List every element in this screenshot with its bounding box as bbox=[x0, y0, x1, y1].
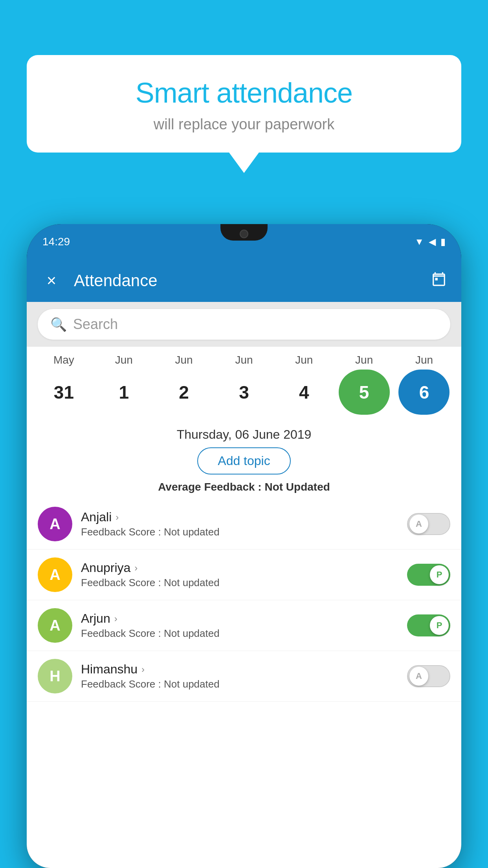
search-bar[interactable]: 🔍 Search bbox=[38, 309, 450, 340]
search-container: 🔍 Search bbox=[27, 302, 461, 347]
wifi-icon: ▼ bbox=[415, 236, 424, 247]
student-name-anupriya: Anupriya › bbox=[81, 561, 407, 575]
calendar-strip: May Jun Jun Jun Jun Jun Jun 31 1 2 3 4 5… bbox=[27, 347, 461, 420]
attendance-toggle-anupriya[interactable]: P bbox=[407, 564, 450, 586]
student-feedback-arjun: Feedback Score : Not updated bbox=[81, 627, 407, 640]
student-info-anjali: Anjali › Feedback Score : Not updated bbox=[81, 510, 407, 538]
student-feedback-anupriya: Feedback Score : Not updated bbox=[81, 577, 407, 589]
student-item-himanshu[interactable]: H Himanshu › Feedback Score : Not update… bbox=[27, 651, 461, 702]
status-time: 14:29 bbox=[42, 235, 70, 248]
speech-bubble: Smart attendance will replace your paper… bbox=[27, 55, 461, 153]
signal-icon: ◀ bbox=[429, 236, 436, 247]
cal-day-1[interactable]: 1 bbox=[98, 370, 149, 415]
status-icons: ▼ ◀ ▮ bbox=[415, 236, 446, 247]
search-placeholder: Search bbox=[73, 316, 118, 333]
student-name-arjun: Arjun › bbox=[81, 611, 407, 626]
toggle-knob-arjun: P bbox=[430, 616, 449, 635]
attendance-toggle-himanshu[interactable]: A bbox=[407, 665, 450, 687]
student-item-anupriya[interactable]: A Anupriya › Feedback Score : Not update… bbox=[27, 550, 461, 600]
cal-day-4[interactable]: 4 bbox=[279, 370, 330, 415]
student-feedback-himanshu: Feedback Score : Not updated bbox=[81, 678, 407, 690]
calendar-days: 31 1 2 3 4 5 6 bbox=[34, 370, 454, 420]
phone-notch bbox=[220, 224, 268, 241]
month-2: Jun bbox=[158, 354, 209, 366]
battery-icon: ▮ bbox=[440, 236, 446, 247]
speech-bubble-title: Smart attendance bbox=[50, 77, 438, 109]
calendar-icon[interactable] bbox=[431, 272, 446, 290]
attendance-toggle-anjali[interactable]: A bbox=[407, 513, 450, 535]
month-4: Jun bbox=[279, 354, 330, 366]
cal-day-6-today[interactable]: 6 bbox=[398, 370, 449, 415]
student-info-anupriya: Anupriya › Feedback Score : Not updated bbox=[81, 561, 407, 589]
selected-date-label: Thursday, 06 June 2019 bbox=[27, 427, 461, 442]
month-3: Jun bbox=[218, 354, 270, 366]
phone-camera bbox=[240, 230, 248, 238]
cal-day-5-selected[interactable]: 5 bbox=[339, 370, 390, 415]
student-name-himanshu: Himanshu › bbox=[81, 662, 407, 677]
toggle-present-anupriya[interactable]: P bbox=[407, 564, 450, 586]
student-feedback-anjali: Feedback Score : Not updated bbox=[81, 526, 407, 538]
month-6: Jun bbox=[398, 354, 449, 366]
toggle-knob-anjali: A bbox=[409, 515, 428, 533]
month-5: Jun bbox=[339, 354, 390, 366]
month-0: May bbox=[38, 354, 89, 366]
avg-feedback-label: Average Feedback : bbox=[158, 481, 264, 493]
chevron-right-icon: › bbox=[114, 613, 117, 624]
date-info: Thursday, 06 June 2019 Add topic Average… bbox=[27, 420, 461, 499]
avg-feedback-value: Not Updated bbox=[264, 481, 330, 493]
cal-day-3[interactable]: 3 bbox=[218, 370, 270, 415]
chevron-right-icon: › bbox=[141, 664, 145, 675]
avatar-anupriya: A bbox=[38, 557, 72, 592]
app-screen: × Attendance 🔍 Search May Jun Jun Jun Ju… bbox=[27, 259, 461, 868]
chevron-right-icon: › bbox=[116, 512, 119, 523]
toggle-present-arjun[interactable]: P bbox=[407, 614, 450, 636]
attendance-toggle-arjun[interactable]: P bbox=[407, 614, 450, 636]
app-title: Attendance bbox=[74, 271, 431, 290]
speech-bubble-subtitle: will replace your paperwork bbox=[50, 116, 438, 133]
student-name-anjali: Anjali › bbox=[81, 510, 407, 524]
month-1: Jun bbox=[98, 354, 149, 366]
avatar-arjun: A bbox=[38, 608, 72, 643]
speech-bubble-tail bbox=[229, 153, 259, 173]
student-item-anjali[interactable]: A Anjali › Feedback Score : Not updated … bbox=[27, 499, 461, 550]
toggle-absent-himanshu[interactable]: A bbox=[407, 665, 450, 687]
student-list: A Anjali › Feedback Score : Not updated … bbox=[27, 499, 461, 868]
app-header: × Attendance bbox=[27, 259, 461, 302]
avatar-himanshu: H bbox=[38, 659, 72, 693]
status-bar: 14:29 ▼ ◀ ▮ bbox=[27, 224, 461, 259]
student-item-arjun[interactable]: A Arjun › Feedback Score : Not updated P bbox=[27, 600, 461, 651]
avg-feedback: Average Feedback : Not Updated bbox=[27, 481, 461, 493]
toggle-absent-anjali[interactable]: A bbox=[407, 513, 450, 535]
cal-day-2[interactable]: 2 bbox=[158, 370, 209, 415]
search-icon: 🔍 bbox=[50, 316, 67, 332]
cal-day-31[interactable]: 31 bbox=[38, 370, 89, 415]
student-info-himanshu: Himanshu › Feedback Score : Not updated bbox=[81, 662, 407, 690]
student-info-arjun: Arjun › Feedback Score : Not updated bbox=[81, 611, 407, 640]
phone-frame: 14:29 ▼ ◀ ▮ × Attendance 🔍 Search bbox=[27, 224, 461, 868]
close-button[interactable]: × bbox=[42, 271, 61, 290]
chevron-right-icon: › bbox=[134, 563, 138, 574]
speech-bubble-container: Smart attendance will replace your paper… bbox=[27, 55, 461, 173]
calendar-months: May Jun Jun Jun Jun Jun Jun bbox=[34, 354, 454, 366]
add-topic-button[interactable]: Add topic bbox=[197, 447, 290, 474]
toggle-knob-himanshu: A bbox=[409, 667, 428, 686]
toggle-knob-anupriya: P bbox=[430, 565, 449, 584]
avatar-anjali: A bbox=[38, 507, 72, 541]
